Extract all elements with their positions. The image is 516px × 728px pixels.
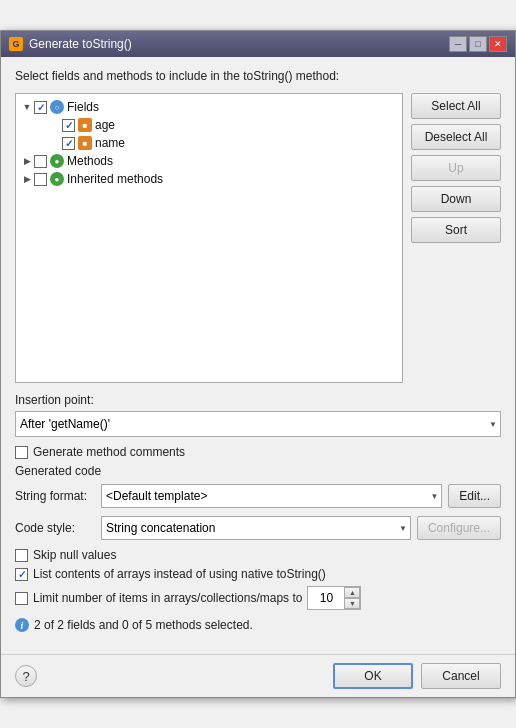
list-contents-row: List contents of arrays instead of using… bbox=[15, 567, 501, 581]
age-icon: ■ bbox=[78, 118, 92, 132]
info-icon: i bbox=[15, 618, 29, 632]
tree-panel[interactable]: ▼ ○ Fields ■ age ■ name bbox=[15, 93, 403, 383]
string-format-dropdown-wrapper[interactable]: <Default template> bbox=[101, 484, 442, 508]
string-format-dropdown[interactable]: <Default template> bbox=[101, 484, 442, 508]
limit-items-row: Limit number of items in arrays/collecti… bbox=[15, 586, 501, 610]
status-row: i 2 of 2 fields and 0 of 5 methods selec… bbox=[15, 618, 501, 632]
generate-comments-label: Generate method comments bbox=[33, 445, 185, 459]
minimize-button[interactable]: ─ bbox=[449, 36, 467, 52]
code-style-dropdown-wrapper[interactable]: String concatenation bbox=[101, 516, 411, 540]
side-buttons: Select All Deselect All Up Down Sort bbox=[411, 93, 501, 383]
inherited-label: Inherited methods bbox=[67, 172, 163, 186]
title-bar-left: G Generate toString() bbox=[9, 37, 132, 51]
window-title: Generate toString() bbox=[29, 37, 132, 51]
sort-button[interactable]: Sort bbox=[411, 217, 501, 243]
name-label: name bbox=[95, 136, 125, 150]
limit-spinner-input[interactable] bbox=[308, 587, 344, 609]
limit-items-label: Limit number of items in arrays/collecti… bbox=[33, 591, 302, 605]
cancel-button[interactable]: Cancel bbox=[421, 663, 501, 689]
string-format-label: String format: bbox=[15, 489, 95, 503]
tree-item-age[interactable]: ■ age bbox=[48, 116, 398, 134]
list-contents-label: List contents of arrays instead of using… bbox=[33, 567, 326, 581]
deselect-all-button[interactable]: Deselect All bbox=[411, 124, 501, 150]
tree-item-fields[interactable]: ▼ ○ Fields bbox=[20, 98, 398, 116]
generated-code-label: Generated code bbox=[15, 464, 501, 478]
down-button[interactable]: Down bbox=[411, 186, 501, 212]
window-icon: G bbox=[9, 37, 23, 51]
tree-item-name[interactable]: ■ name bbox=[48, 134, 398, 152]
insertion-point-dropdown-wrapper[interactable]: After 'getName()' bbox=[15, 411, 501, 437]
code-style-label: Code style: bbox=[15, 521, 95, 535]
edit-button[interactable]: Edit... bbox=[448, 484, 501, 508]
maximize-button[interactable]: □ bbox=[469, 36, 487, 52]
generate-comments-checkbox[interactable] bbox=[15, 446, 28, 459]
expander-fields[interactable]: ▼ bbox=[20, 100, 34, 114]
expander-name bbox=[48, 136, 62, 150]
string-format-row: String format: <Default template> Edit..… bbox=[15, 484, 501, 508]
methods-icon: ● bbox=[50, 154, 64, 168]
checkbox-methods[interactable] bbox=[34, 155, 47, 168]
dialog-content: Select fields and methods to include in … bbox=[1, 57, 515, 654]
limit-items-checkbox[interactable] bbox=[15, 592, 28, 605]
fields-icon: ○ bbox=[50, 100, 64, 114]
ok-button[interactable]: OK bbox=[333, 663, 413, 689]
inherited-icon: ● bbox=[50, 172, 64, 186]
insertion-point-dropdown[interactable]: After 'getName()' bbox=[15, 411, 501, 437]
insertion-point-label: Insertion point: bbox=[15, 393, 501, 407]
code-style-row: Code style: String concatenation Configu… bbox=[15, 516, 501, 540]
title-buttons: ─ □ ✕ bbox=[449, 36, 507, 52]
name-icon: ■ bbox=[78, 136, 92, 150]
bottom-bar: ? OK Cancel bbox=[1, 654, 515, 697]
methods-label: Methods bbox=[67, 154, 113, 168]
title-bar: G Generate toString() ─ □ ✕ bbox=[1, 31, 515, 57]
description-text: Select fields and methods to include in … bbox=[15, 69, 501, 83]
checkbox-inherited[interactable] bbox=[34, 173, 47, 186]
expander-inherited[interactable]: ▶ bbox=[20, 172, 34, 186]
bottom-buttons: OK Cancel bbox=[333, 663, 501, 689]
main-window: G Generate toString() ─ □ ✕ Select field… bbox=[0, 30, 516, 698]
limit-spinner-group: ▲ ▼ bbox=[307, 586, 361, 610]
checkbox-fields[interactable] bbox=[34, 101, 47, 114]
expander-methods[interactable]: ▶ bbox=[20, 154, 34, 168]
spinner-buttons: ▲ ▼ bbox=[344, 587, 360, 609]
code-style-dropdown[interactable]: String concatenation bbox=[101, 516, 411, 540]
select-all-button[interactable]: Select All bbox=[411, 93, 501, 119]
checkbox-name[interactable] bbox=[62, 137, 75, 150]
up-button[interactable]: Up bbox=[411, 155, 501, 181]
status-text: 2 of 2 fields and 0 of 5 methods selecte… bbox=[34, 618, 253, 632]
spinner-down-button[interactable]: ▼ bbox=[344, 598, 360, 609]
skip-null-row: Skip null values bbox=[15, 548, 501, 562]
expander-age bbox=[48, 118, 62, 132]
list-contents-checkbox[interactable] bbox=[15, 568, 28, 581]
spinner-up-button[interactable]: ▲ bbox=[344, 587, 360, 598]
skip-null-label: Skip null values bbox=[33, 548, 116, 562]
skip-null-checkbox[interactable] bbox=[15, 549, 28, 562]
generate-comments-row: Generate method comments bbox=[15, 445, 501, 459]
fields-label: Fields bbox=[67, 100, 99, 114]
main-area: ▼ ○ Fields ■ age ■ name bbox=[15, 93, 501, 383]
tree-item-inherited[interactable]: ▶ ● Inherited methods bbox=[20, 170, 398, 188]
checkbox-age[interactable] bbox=[62, 119, 75, 132]
close-button[interactable]: ✕ bbox=[489, 36, 507, 52]
configure-button[interactable]: Configure... bbox=[417, 516, 501, 540]
age-label: age bbox=[95, 118, 115, 132]
tree-item-methods[interactable]: ▶ ● Methods bbox=[20, 152, 398, 170]
help-button[interactable]: ? bbox=[15, 665, 37, 687]
